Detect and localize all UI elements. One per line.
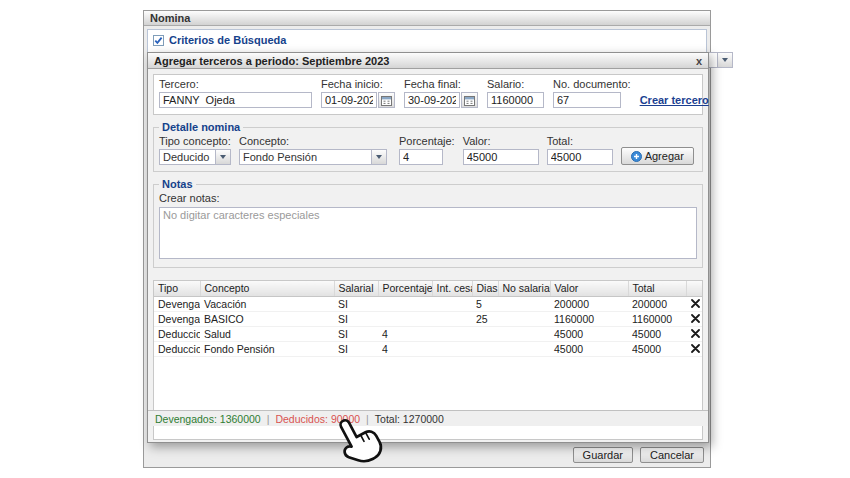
concepto-value: Fondo Pensión	[240, 150, 371, 164]
total-label: Total:	[547, 135, 613, 147]
table-cell: Deduccion	[154, 341, 200, 356]
guardar-button[interactable]: Guardar	[573, 447, 633, 463]
concepto-select[interactable]: Fondo Pensión	[239, 149, 387, 165]
summary-total: Total: 1270000	[375, 413, 444, 425]
documento-label: No. documento:	[553, 78, 631, 90]
modal-title: Agregar terceros a periodo: Septiembre 2…	[154, 55, 389, 67]
table-row[interactable]: DeduccionSaludSI44500045000	[154, 326, 703, 341]
table-cell: 200000	[628, 296, 686, 311]
table-cell: 1160000	[628, 311, 686, 326]
window-footer: Guardar Cancelar	[573, 447, 704, 463]
table-cell: 4	[378, 341, 432, 356]
valor-label: Valor:	[463, 135, 539, 147]
column-header[interactable]: Int. cesanti...	[432, 281, 472, 296]
documento-input[interactable]	[553, 92, 621, 108]
agregar-button[interactable]: Agregar	[621, 147, 694, 165]
table-cell: Deduccion	[154, 326, 200, 341]
separator: |	[366, 413, 369, 425]
table-row[interactable]: DevengadoBASICOSI2511600001160000	[154, 311, 703, 326]
table-cell	[432, 296, 472, 311]
close-icon[interactable]: x	[696, 56, 702, 66]
modal-title-bar: Agregar terceros a periodo: Septiembre 2…	[148, 53, 708, 69]
table-cell: 45000	[628, 341, 686, 356]
summary-devengados: Devengados: 1360000	[155, 413, 261, 425]
concepto-label: Concepto:	[239, 135, 387, 147]
detalle-row: Tipo concepto: Deducido Concepto: Fondo …	[159, 135, 697, 165]
modal-body: Tercero: Fecha inicio:	[148, 70, 708, 426]
page: Nomina Criterios de Búsqueda Sucursal:Pe…	[0, 0, 850, 478]
column-header[interactable]: Salarial	[334, 281, 378, 296]
chevron-down-icon[interactable]	[215, 150, 230, 164]
table-cell: SI	[334, 296, 378, 311]
agregar-button-label: Agregar	[645, 150, 684, 162]
agregar-terceros-modal: Agregar terceros a periodo: Septiembre 2…	[147, 52, 709, 443]
salario-field: Salario:	[487, 78, 544, 108]
delete-row-icon[interactable]	[691, 314, 700, 324]
fecha-inicio-input[interactable]	[321, 92, 377, 108]
table-cell: Fondo Pensión	[200, 341, 334, 356]
fecha-final-input[interactable]	[404, 92, 460, 108]
table-cell	[378, 311, 432, 326]
tipo-concepto-label: Tipo concepto:	[159, 135, 231, 147]
table-cell: SI	[334, 311, 378, 326]
delete-row-icon[interactable]	[691, 329, 700, 339]
porcentaje-input[interactable]	[399, 149, 443, 165]
column-header[interactable]: No salarial	[498, 281, 550, 296]
table-cell	[378, 296, 432, 311]
notas-textarea[interactable]	[159, 207, 697, 259]
detalle-fieldset: Detalle nomina Tipo concepto: Deducido C…	[153, 121, 703, 172]
table-row[interactable]: DevengadoVacaciónSI5200000200000	[154, 296, 703, 311]
summary-bar: Devengados: 1360000 | Deducidos: 90000 |…	[148, 410, 708, 426]
porcentaje-field: Porcentaje:	[399, 135, 455, 165]
documento-field: No. documento:	[553, 78, 631, 108]
table-cell: SI	[334, 341, 378, 356]
crear-tercero-link[interactable]: Crear tercero	[640, 94, 709, 106]
column-header[interactable]: Valor	[550, 281, 628, 296]
table-cell: BASICO	[200, 311, 334, 326]
calendar-icon[interactable]	[378, 92, 395, 108]
window-title-bar: Nomina	[144, 11, 710, 26]
table-cell: 1160000	[550, 311, 628, 326]
tercero-input[interactable]	[159, 92, 312, 108]
total-input[interactable]	[547, 149, 613, 165]
calendar-icon[interactable]	[461, 92, 478, 108]
concepto-field: Concepto: Fondo Pensión	[239, 135, 387, 165]
check-icon	[154, 36, 163, 45]
column-header[interactable]: Dias	[472, 281, 498, 296]
column-header[interactable]: Concepto	[200, 281, 334, 296]
table-cell: 25	[472, 311, 498, 326]
fecha-inicio-label: Fecha inicio:	[321, 78, 395, 90]
column-header[interactable]: Tipo	[154, 281, 200, 296]
chevron-down-icon[interactable]	[371, 150, 386, 164]
column-header[interactable]: Total	[628, 281, 686, 296]
table-cell: 200000	[550, 296, 628, 311]
tercero-label: Tercero:	[159, 78, 312, 90]
window-title: Nomina	[150, 12, 190, 24]
summary-deducidos: Deducidos: 90000	[275, 413, 360, 425]
valor-field: Valor:	[463, 135, 539, 165]
criterios-title: Criterios de Búsqueda	[169, 34, 286, 46]
table-cell: Vacación	[200, 296, 334, 311]
table-cell: Devengado	[154, 311, 200, 326]
cancelar-button[interactable]: Cancelar	[640, 447, 704, 463]
criterios-checkbox[interactable]	[153, 35, 164, 46]
table-cell	[472, 326, 498, 341]
delete-row-icon[interactable]	[691, 344, 700, 354]
notas-fieldset: Notas Crear notas:	[153, 178, 703, 268]
table-cell	[498, 341, 550, 356]
delete-row-icon[interactable]	[691, 299, 700, 309]
table-cell: 5	[472, 296, 498, 311]
total-field: Total:	[547, 135, 613, 165]
table-cell: 45000	[550, 326, 628, 341]
porcentaje-label: Porcentaje:	[399, 135, 455, 147]
fecha-final-field: Fecha final:	[404, 78, 478, 108]
add-icon	[631, 151, 642, 162]
column-header[interactable]: Porcentaje	[378, 281, 432, 296]
tipo-concepto-select[interactable]: Deducido	[159, 149, 231, 165]
fecha-inicio-field: Fecha inicio:	[321, 78, 395, 108]
salario-input[interactable]	[487, 92, 544, 108]
table-row[interactable]: DeduccionFondo PensiónSI44500045000	[154, 341, 703, 356]
chevron-down-icon[interactable]	[717, 53, 732, 67]
valor-input[interactable]	[463, 149, 539, 165]
table-cell	[432, 326, 472, 341]
